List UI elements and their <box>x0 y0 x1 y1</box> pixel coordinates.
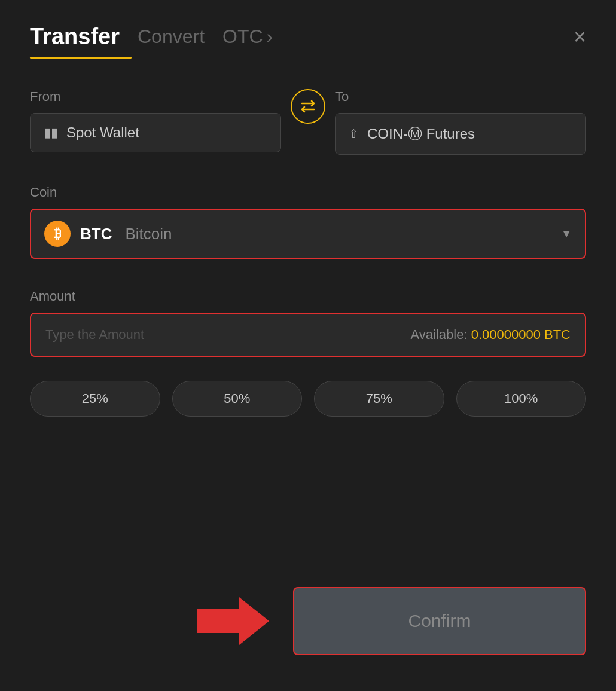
percent-100-button[interactable]: 100% <box>456 381 587 417</box>
percent-row: 25% 50% 75% 100% <box>30 381 586 417</box>
from-column: From ▮▮ Spot Wallet <box>30 89 281 152</box>
to-label: To <box>335 89 586 105</box>
header-divider <box>30 59 586 59</box>
wallet-card-icon: ▮▮ <box>44 125 58 140</box>
coin-full-name: Bitcoin <box>125 225 172 243</box>
amount-label: Amount <box>30 289 586 304</box>
confirm-button[interactable]: Confirm <box>293 587 586 655</box>
tab-transfer[interactable]: Transfer <box>30 24 120 50</box>
swap-button-container <box>281 89 335 130</box>
btc-icon: ₿ <box>44 221 71 247</box>
dropdown-chevron-icon: ▼ <box>561 228 572 240</box>
tab-otc[interactable]: OTC › <box>222 26 273 48</box>
arrow-indicator-icon <box>197 591 269 651</box>
coin-section: Coin ₿ BTC Bitcoin ▼ <box>30 185 586 259</box>
amount-input[interactable] <box>45 327 165 343</box>
available-text: Available: 0.00000000 BTC <box>411 327 571 343</box>
available-label: Available: <box>411 327 468 342</box>
percent-75-button[interactable]: 75% <box>314 381 444 417</box>
from-to-section: From ▮▮ Spot Wallet To ⇧ COIN-Ⓜ Futures <box>30 89 586 155</box>
close-button[interactable]: × <box>574 26 586 48</box>
tab-convert[interactable]: Convert <box>138 26 205 48</box>
to-column: To ⇧ COIN-Ⓜ Futures <box>335 89 586 155</box>
futures-icon: ⇧ <box>349 127 359 141</box>
svg-marker-0 <box>197 597 269 645</box>
coin-dropdown[interactable]: ₿ BTC Bitcoin ▼ <box>30 209 586 259</box>
from-label: From <box>30 89 281 105</box>
to-wallet-name: COIN-Ⓜ Futures <box>367 124 475 143</box>
swap-button[interactable] <box>291 89 325 124</box>
from-wallet-name: Spot Wallet <box>66 124 139 141</box>
transfer-modal: Transfer Convert OTC › × From ▮▮ Spot Wa… <box>0 0 616 691</box>
percent-25-button[interactable]: 25% <box>30 381 160 417</box>
coin-symbol: BTC <box>80 225 112 243</box>
available-value: 0.00000000 BTC <box>471 327 571 342</box>
confirm-area: Confirm <box>30 587 586 655</box>
modal-header: Transfer Convert OTC › × <box>30 24 586 50</box>
to-wallet-selector[interactable]: ⇧ COIN-Ⓜ Futures <box>335 113 586 155</box>
coin-label: Coin <box>30 185 586 200</box>
percent-50-button[interactable]: 50% <box>172 381 303 417</box>
from-wallet-selector[interactable]: ▮▮ Spot Wallet <box>30 113 281 152</box>
amount-box: Available: 0.00000000 BTC <box>30 313 586 357</box>
swap-icon <box>300 100 316 113</box>
amount-section: Amount Available: 0.00000000 BTC <box>30 289 586 357</box>
otc-chevron-icon: › <box>267 26 273 48</box>
